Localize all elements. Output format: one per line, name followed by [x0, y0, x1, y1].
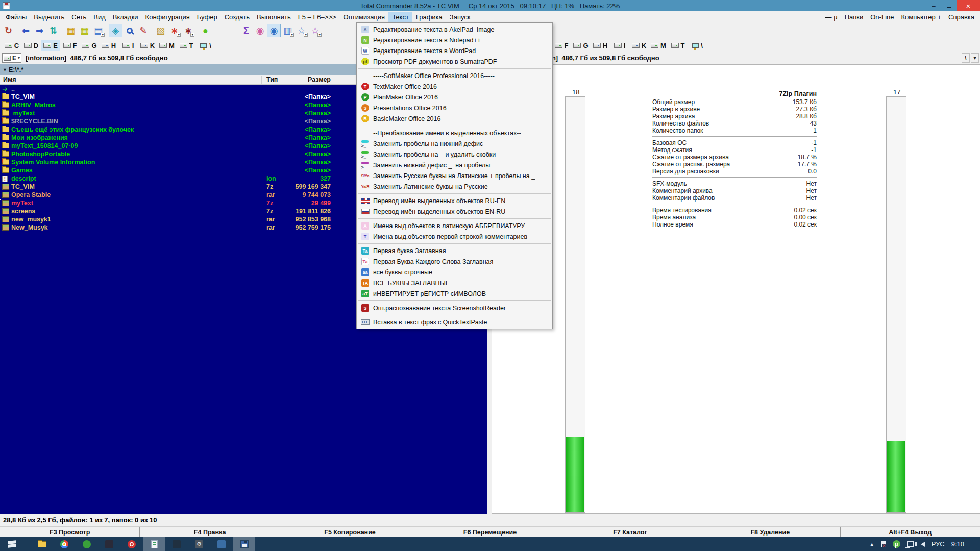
view-eye-icon[interactable]: ◉ — [253, 24, 267, 37]
drive-button-C[interactable]: C — [2, 40, 21, 51]
menubar-item[interactable]: Оптимизация — [340, 12, 389, 22]
menu-item[interactable]: Я/YaЗаменить Русские буквы на Латинские … — [357, 170, 552, 181]
function-key-button[interactable]: F5 Копирование — [280, 527, 420, 537]
menu-item[interactable]: PPlanMaker Office 2016 — [357, 92, 552, 103]
drive-button-T[interactable]: T — [668, 40, 688, 51]
chrome-icon[interactable] — [53, 537, 76, 551]
start-button[interactable] — [0, 537, 23, 551]
menu-item[interactable]: Заменить пробелы на _ и удалить скобки — [357, 149, 552, 160]
menu-item[interactable]: aTиНВЕРТИРУЕТ рЕГИСТР сИМВОЛОВ — [357, 288, 552, 299]
volume-tray-icon[interactable] — [921, 542, 925, 547]
settings-gear-icon[interactable]: ⚙ — [188, 537, 210, 551]
menubar-item[interactable]: F5 – F6–>>> — [295, 12, 340, 22]
menu-item[interactable]: TИмена выд.объектов первой строкой комме… — [357, 231, 552, 242]
split-window-icon[interactable]: ▥▾ — [281, 24, 295, 37]
green-app-icon[interactable] — [76, 537, 98, 551]
window-app-icon[interactable] — [210, 537, 233, 551]
menubar-item[interactable]: Папки — [841, 12, 867, 22]
root-dir-button[interactable]: \ — [962, 53, 970, 63]
function-key-button[interactable]: F7 Каталог — [560, 527, 700, 537]
multi-rename-icon[interactable]: ✎ — [136, 24, 150, 37]
function-key-button[interactable]: Alt+F4 Выход — [840, 527, 980, 537]
menu-item[interactable]: Заменить нижний дефис _ на пробелы — [357, 160, 552, 170]
menubar-item[interactable]: Компьютер + — [898, 12, 945, 22]
forward-icon[interactable]: ⇒ — [33, 24, 46, 37]
drive-button-F[interactable]: F — [552, 40, 571, 51]
refresh-icon[interactable]: ↻ — [2, 24, 15, 37]
menu-item[interactable]: TaПервая буква Заглавная — [357, 245, 552, 256]
show-hidden-icons-button[interactable]: ▲ — [870, 542, 874, 547]
drive-combo-left[interactable]: E ▾ — [2, 53, 21, 63]
menu-item[interactable]: pfПросмотр PDF документов в SumatraPDF — [357, 56, 552, 67]
menu-item[interactable]: AИмена выд.объектов в латинскую АББРЕВИА… — [357, 220, 552, 231]
drive-button-H[interactable]: H — [591, 40, 610, 51]
drive-button-M[interactable]: M — [649, 40, 668, 51]
total-commander-icon[interactable] — [233, 537, 255, 551]
sum-icon[interactable]: Σ — [239, 24, 253, 37]
menubar-item[interactable]: Графика — [412, 12, 446, 22]
menu-item[interactable]: NРедактирование текста в Notepad++ — [357, 35, 552, 45]
drive-button-T[interactable]: T — [177, 40, 196, 51]
menu-item[interactable]: TTextMaker Office 2016 — [357, 81, 552, 92]
menubar-item[interactable]: Сеть — [68, 12, 90, 22]
unpack-icon[interactable]: ▦ — [78, 24, 91, 37]
menu-item[interactable]: Перевод имён выделенных объектов RU-EN — [357, 195, 552, 206]
menu-item[interactable]: AРедактирование текста в AkelPad_Image — [357, 24, 552, 35]
network-drive-button[interactable]: \ — [196, 40, 215, 51]
minimize-button[interactable]: – — [926, 0, 941, 11]
menubar-item[interactable]: Выделить — [30, 12, 68, 22]
new-items-icon[interactable]: ∗▾ — [167, 24, 181, 37]
drive-button-M[interactable]: M — [157, 40, 177, 51]
menubar-item[interactable]: Создать — [221, 12, 253, 22]
dark-app-icon[interactable] — [98, 537, 120, 551]
history-dropdown-button[interactable]: ▾ — [971, 53, 979, 63]
quick-view-eye-icon[interactable]: ◉ — [267, 24, 281, 37]
close-button[interactable]: × — [957, 0, 980, 11]
favorites-star-icon[interactable]: ☆▾ — [295, 24, 308, 37]
drive-button-K[interactable]: K — [138, 40, 157, 51]
show-desktop-button[interactable] — [973, 537, 977, 551]
menubar-item[interactable]: Выполнить — [253, 12, 295, 22]
special-tools-icon[interactable]: ∗▾ — [181, 24, 195, 37]
drive-button-F[interactable]: F — [60, 40, 80, 51]
menu-item[interactable]: Заменить пробелы на нижний дефис _ — [357, 138, 552, 149]
drive-button-I[interactable]: I — [118, 40, 138, 51]
drive-button-E[interactable]: E — [41, 40, 60, 51]
function-key-button[interactable]: F6 Перемещение — [420, 527, 559, 537]
history-icon[interactable]: ⇅ — [46, 24, 60, 37]
menubar-item[interactable]: Текст — [388, 12, 412, 22]
language-indicator[interactable]: РУС — [932, 540, 945, 548]
clock[interactable]: 9:10 — [951, 540, 964, 548]
favorites-star2-icon[interactable]: ☆▾ — [308, 24, 322, 37]
drive-button-K[interactable]: K — [629, 40, 649, 51]
menubar-item[interactable]: Файлы — [2, 12, 30, 22]
menubar-item[interactable]: Вид — [90, 12, 109, 22]
menubar-item[interactable]: Вкладки — [109, 12, 142, 22]
sync-dirs-icon[interactable]: ▧ — [154, 24, 167, 37]
function-key-button[interactable]: F4 Правка — [139, 527, 279, 537]
menu-item[interactable]: Ya/ЯЗаменить Латинские буквы на Русские — [357, 181, 552, 192]
drive-button-I[interactable]: I — [610, 40, 629, 51]
search-icon[interactable] — [122, 24, 136, 37]
dark-app2-icon[interactable] — [165, 537, 188, 551]
network-drive-button[interactable]: \ — [688, 40, 707, 51]
pack-icon[interactable]: ▦ — [64, 24, 78, 37]
menu-item[interactable]: Перевод имён выделенных объектов EN-RU — [357, 206, 552, 217]
menu-item[interactable]: Вставка в текст фраз с QuickTextPaste — [357, 317, 552, 328]
drive-button-H[interactable]: H — [99, 40, 118, 51]
drive-button-D[interactable]: D — [21, 40, 41, 51]
column-header-type[interactable]: Тип — [266, 76, 278, 83]
menu-item[interactable]: SPresentations Office 2016 — [357, 103, 552, 113]
column-header-name[interactable]: Имя — [3, 76, 16, 83]
sphere-icon[interactable]: ● — [199, 24, 212, 37]
utorrent-tray-icon[interactable]: µ — [893, 540, 900, 548]
menubar-item[interactable]: Запуск — [446, 12, 474, 22]
action-center-flag-icon[interactable] — [881, 541, 886, 547]
menubar-item[interactable]: On-Line — [867, 12, 897, 22]
network-tray-icon[interactable] — [907, 541, 914, 547]
menu-item[interactable]: BBasicMaker Office 2016 — [357, 113, 552, 124]
function-key-button[interactable]: F8 Удаление — [700, 527, 840, 537]
menu-item[interactable]: WРедактирование текста в WordPad — [357, 45, 552, 56]
menubar-item[interactable]: — µ — [822, 12, 841, 22]
menubar-item[interactable]: Справка — [945, 12, 978, 22]
